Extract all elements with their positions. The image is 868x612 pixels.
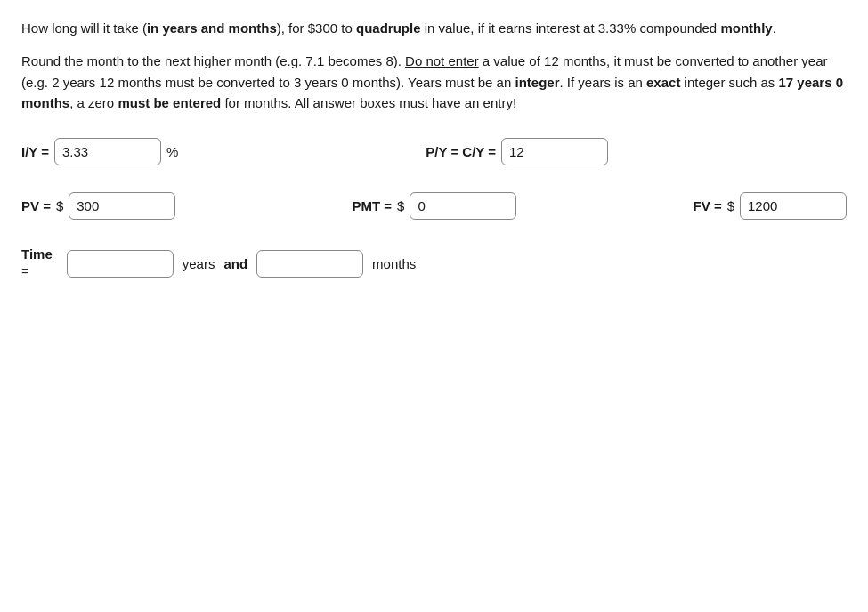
time-equals: =	[21, 263, 29, 278]
pv-input[interactable]	[69, 192, 175, 220]
iy-group: I/Y = %	[21, 138, 178, 165]
question-para1: How long will it take (in years and mont…	[21, 18, 847, 38]
time-inputs: years and months	[67, 250, 417, 278]
fv-prefix: $	[727, 198, 734, 213]
time-label-col: Time =	[21, 246, 53, 278]
pmt-prefix: $	[397, 198, 404, 213]
question-block: How long will it take (in years and mont…	[21, 18, 847, 113]
months-input[interactable]	[256, 250, 363, 278]
fv-input[interactable]	[740, 192, 847, 220]
row-pv-pmt-fv: PV = $ PMT = $ FV = $	[21, 192, 847, 220]
py-label: P/Y = C/Y =	[426, 144, 496, 159]
fv-group: FV = $	[694, 192, 847, 220]
pv-group: PV = $	[21, 192, 175, 220]
py-input[interactable]	[501, 138, 608, 165]
row-iy-py: I/Y = % P/Y = C/Y =	[21, 138, 847, 165]
months-suffix: months	[372, 256, 416, 271]
iy-label: I/Y =	[21, 144, 49, 159]
years-input[interactable]	[67, 250, 174, 278]
question-para2: Round the month to the next higher month…	[21, 51, 847, 113]
pmt-group: PMT = $	[352, 192, 516, 220]
row-time: Time = years and months	[21, 246, 847, 278]
pmt-input[interactable]	[410, 192, 516, 220]
iy-input[interactable]	[54, 138, 161, 165]
years-suffix: years	[183, 256, 215, 271]
calculator-section: I/Y = % P/Y = C/Y = PV = $ PMT = $ FV = …	[21, 138, 847, 278]
and-label: and	[223, 256, 247, 271]
iy-suffix: %	[166, 144, 178, 159]
py-group: P/Y = C/Y =	[426, 138, 608, 165]
time-label: Time	[21, 246, 53, 262]
pv-label: PV =	[21, 198, 51, 213]
pmt-label: PMT =	[352, 198, 392, 213]
fv-label: FV =	[694, 198, 722, 213]
pv-prefix: $	[56, 198, 63, 213]
